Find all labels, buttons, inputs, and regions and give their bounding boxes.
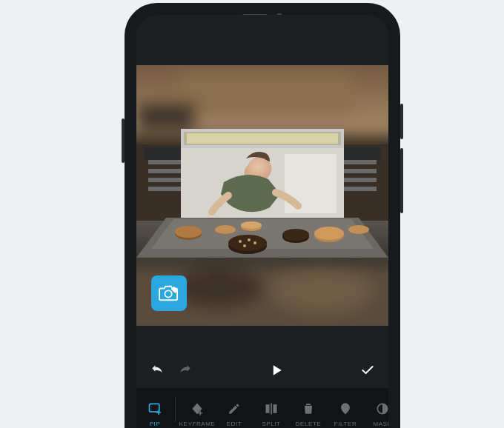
keyframe-icon	[190, 401, 205, 416]
confirm-button[interactable]	[359, 361, 377, 379]
svg-rect-42	[266, 404, 270, 413]
transport-bar	[136, 352, 388, 388]
tool-split[interactable]: SPLIT	[253, 388, 290, 428]
tool-filter[interactable]: FILTER	[327, 388, 364, 428]
tool-label: DELETE	[296, 421, 322, 427]
svg-rect-43	[273, 404, 277, 413]
play-button[interactable]	[268, 361, 285, 379]
tool-label: FILTER	[334, 421, 357, 427]
svg-point-39	[270, 269, 374, 313]
phone-side-button-left	[122, 118, 125, 163]
svg-rect-10	[148, 169, 181, 173]
svg-point-29	[248, 238, 251, 241]
svg-rect-41	[150, 404, 159, 412]
svg-point-22	[175, 226, 202, 238]
tool-label: KEYFRAME	[179, 421, 216, 427]
toolbar-divider	[175, 397, 176, 422]
svg-rect-11	[148, 178, 181, 182]
svg-rect-17	[344, 187, 377, 191]
svg-point-33	[282, 229, 309, 241]
svg-rect-44	[271, 404, 272, 415]
tool-pip[interactable]: PIP	[136, 388, 173, 428]
svg-rect-14	[344, 160, 377, 164]
tool-label: EDIT	[227, 421, 242, 427]
svg-rect-9	[148, 160, 181, 164]
svg-point-31	[243, 244, 246, 247]
svg-point-38	[173, 267, 262, 308]
phone-side-button-right-1	[400, 104, 403, 139]
tool-keyframe[interactable]: KEYFRAME	[179, 388, 216, 428]
watermark-remove-badge[interactable]	[151, 275, 187, 311]
phone-side-button-right-2	[400, 148, 403, 213]
svg-rect-1	[181, 73, 351, 117]
svg-point-40	[165, 290, 171, 297]
tool-mask[interactable]: MASK	[364, 388, 388, 428]
svg-rect-12	[148, 187, 181, 191]
pip-add-icon	[147, 401, 162, 416]
filter-blob-icon	[338, 401, 353, 416]
svg-rect-8	[144, 147, 181, 160]
undo-button[interactable]	[148, 361, 166, 379]
tool-edit[interactable]: EDIT	[216, 388, 253, 428]
svg-rect-5	[187, 133, 338, 144]
redo-icon	[178, 363, 193, 378]
svg-rect-16	[344, 178, 377, 182]
editor-toolbar: PIP KEYFRAME EDIT SPLIT DELETE FILTER	[136, 388, 388, 428]
tool-label: PIP	[150, 421, 161, 427]
svg-point-23	[215, 225, 236, 234]
redo-button[interactable]	[176, 361, 194, 379]
play-icon	[269, 363, 284, 378]
svg-point-27	[228, 235, 267, 251]
undo-icon	[150, 363, 165, 378]
mask-icon	[375, 401, 388, 416]
svg-point-25	[241, 221, 262, 229]
phone-frame: PIP KEYFRAME EDIT SPLIT DELETE FILTER	[125, 3, 400, 428]
svg-point-28	[239, 240, 242, 243]
svg-point-36	[348, 225, 369, 234]
check-icon	[360, 363, 375, 378]
tool-delete[interactable]: DELETE	[290, 388, 327, 428]
svg-rect-13	[344, 147, 381, 160]
svg-rect-15	[344, 169, 377, 173]
app-screen: PIP KEYFRAME EDIT SPLIT DELETE FILTER	[136, 15, 388, 428]
split-icon	[264, 401, 279, 416]
tool-label: MASK	[373, 421, 388, 427]
svg-rect-2	[136, 102, 196, 132]
pencil-icon	[227, 401, 242, 416]
tool-label: SPLIT	[262, 421, 280, 427]
camera-erase-icon	[158, 284, 180, 302]
video-preview[interactable]	[136, 65, 388, 326]
svg-point-30	[253, 241, 256, 244]
svg-point-35	[314, 227, 344, 240]
trash-icon	[301, 401, 316, 416]
